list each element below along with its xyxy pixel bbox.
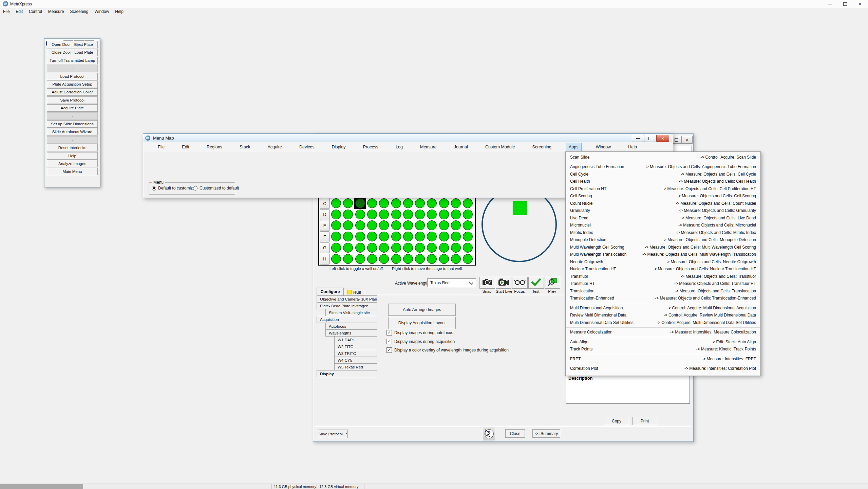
plate-row-label-h[interactable]: H bbox=[320, 254, 330, 265]
well[interactable] bbox=[451, 198, 461, 208]
well[interactable] bbox=[427, 210, 437, 219]
well[interactable] bbox=[391, 210, 401, 219]
well[interactable] bbox=[403, 210, 413, 219]
menumap-menu-edit[interactable]: Edit bbox=[179, 143, 192, 151]
main-menu-control[interactable]: Control bbox=[26, 8, 45, 15]
copy-button[interactable]: Copy bbox=[604, 417, 629, 425]
close-button[interactable]: Close bbox=[505, 429, 525, 438]
well[interactable] bbox=[451, 210, 461, 219]
well[interactable] bbox=[391, 243, 401, 253]
well-plate-map[interactable]: CDEFGH bbox=[318, 197, 476, 266]
plate-row-label-c[interactable]: C bbox=[320, 198, 330, 209]
toolbar-button-save-protocol[interactable]: Save Protocol bbox=[47, 96, 98, 104]
apps-menu-item[interactable]: Cell Cycle-> Measure: Objects and Cells:… bbox=[566, 170, 760, 178]
tree-item-w4-cy5[interactable]: W4 CY5 bbox=[334, 357, 377, 364]
apps-menu-item[interactable]: Transfluor HT-> Measure: Objects and Cel… bbox=[566, 280, 760, 288]
well[interactable] bbox=[343, 220, 353, 230]
well[interactable] bbox=[367, 232, 377, 241]
minimize-icon[interactable] bbox=[823, 0, 837, 8]
menumap-menu-window[interactable]: Window bbox=[593, 143, 614, 151]
apps-menu-item[interactable]: Cell Scoring-> Measure: Objects and Cell… bbox=[566, 193, 760, 200]
apps-menu-item[interactable]: Angiogenesis Tube Formation-> Measure: O… bbox=[566, 163, 760, 171]
close-icon[interactable]: × bbox=[853, 0, 867, 8]
well[interactable] bbox=[415, 243, 425, 253]
menumap-menu-devices[interactable]: Devices bbox=[297, 143, 317, 151]
toolbar-button-close-door-load-plate[interactable]: Close Door - Load Plate bbox=[47, 49, 98, 56]
minimize-icon[interactable] bbox=[632, 135, 644, 142]
well[interactable] bbox=[331, 243, 341, 253]
well[interactable] bbox=[451, 254, 461, 264]
menumap-menu-regions[interactable]: Regions bbox=[204, 143, 225, 151]
main-menu-edit[interactable]: Edit bbox=[13, 8, 26, 15]
toolbar-button-open-door-eject-plate[interactable]: Open Door - Eject Plate bbox=[47, 41, 98, 48]
well[interactable] bbox=[427, 254, 437, 264]
toolbar-button-turn-off-transmitted-lamp[interactable]: Turn off Transmitted Lamp bbox=[47, 57, 98, 64]
well[interactable] bbox=[355, 210, 365, 219]
well[interactable] bbox=[343, 243, 353, 253]
summary-button[interactable]: << Summary bbox=[532, 429, 560, 438]
well[interactable] bbox=[367, 220, 377, 230]
well[interactable] bbox=[439, 210, 449, 219]
apps-menu-item[interactable]: Correlation Plot-> Measure: Intensities:… bbox=[566, 365, 760, 373]
well-selected[interactable] bbox=[355, 198, 365, 208]
well[interactable] bbox=[379, 243, 389, 253]
plate-row-label-g[interactable]: G bbox=[320, 242, 330, 253]
menumap-menu-stack[interactable]: Stack bbox=[237, 143, 253, 151]
tab-configure[interactable]: Configure bbox=[317, 288, 344, 295]
well[interactable] bbox=[427, 243, 437, 253]
well[interactable] bbox=[415, 232, 425, 241]
toolbar-button-plate-acquisition-setup[interactable]: Plate Acquisition Setup bbox=[47, 80, 98, 88]
apps-menu-item[interactable]: Translocation-> Measure: Objects and Cel… bbox=[566, 287, 760, 295]
restore-icon[interactable] bbox=[838, 0, 852, 8]
well[interactable] bbox=[331, 220, 341, 230]
well[interactable] bbox=[367, 254, 377, 264]
main-menu-file[interactable]: File bbox=[0, 8, 13, 15]
tab-run[interactable]: Run bbox=[343, 289, 365, 295]
start-live-button[interactable] bbox=[496, 277, 511, 289]
apps-menu-item[interactable]: Cell Health-> Measure: Objects and Cells… bbox=[566, 178, 760, 185]
tree-item-w3-tritc[interactable]: W3 TRITC bbox=[334, 350, 377, 357]
tree-item-w2-fitc[interactable]: W2 FITC bbox=[334, 343, 377, 350]
well[interactable] bbox=[463, 198, 473, 208]
well[interactable] bbox=[415, 254, 425, 264]
menumap-menu-file[interactable]: File bbox=[155, 143, 167, 151]
plate-row-label-f[interactable]: F bbox=[320, 231, 330, 242]
active-wavelength-select[interactable]: Texas Red bbox=[427, 278, 476, 287]
well[interactable] bbox=[463, 254, 473, 264]
well[interactable] bbox=[403, 232, 413, 241]
well[interactable] bbox=[391, 254, 401, 264]
main-menu-screening[interactable]: Screening bbox=[67, 8, 91, 15]
well[interactable] bbox=[343, 210, 353, 219]
menumap-menu-screening[interactable]: Screening bbox=[530, 143, 554, 151]
tree-item-w1-dapi[interactable]: W1 DAPI bbox=[334, 336, 377, 343]
toolbar-button-analyze-images[interactable]: Analyze Images bbox=[47, 160, 98, 167]
tree-item-display[interactable]: Display bbox=[317, 370, 377, 377]
toolbar-button-adjust-correction-collar[interactable]: Adjust Correction Collar bbox=[47, 88, 98, 96]
apps-menu-item[interactable]: Review Multi Dimensional Data-> Control:… bbox=[566, 312, 760, 319]
toolbar-button-load-protocol[interactable]: Load Protocol bbox=[47, 73, 98, 80]
plate-row-label-d[interactable]: D bbox=[320, 209, 330, 220]
close-icon[interactable]: × bbox=[682, 136, 693, 144]
menumap-menu-log[interactable]: Log bbox=[393, 143, 405, 151]
apps-menu-item[interactable]: Neurite Outgrowth-> Measure: Objects and… bbox=[566, 258, 760, 266]
apps-menu-item[interactable]: Auto Align-> Edit: Stack: Auto Align bbox=[566, 338, 760, 346]
toolbar-button-acquire-plate[interactable]: Acquire Plate bbox=[47, 104, 98, 112]
well[interactable] bbox=[463, 232, 473, 241]
toolbar-button-reset-interlocks[interactable]: Reset Interlocks bbox=[47, 144, 98, 151]
well[interactable] bbox=[343, 232, 353, 241]
well[interactable] bbox=[463, 243, 473, 253]
well[interactable] bbox=[355, 243, 365, 253]
well[interactable] bbox=[439, 254, 449, 264]
description-box[interactable]: Description bbox=[566, 374, 690, 404]
toolbar-button-slide-autofocus-wizard[interactable]: Slide Autofocus Wizard bbox=[47, 128, 98, 135]
apps-menu-item[interactable]: Nuclear Translocation HT-> Measure: Obje… bbox=[566, 266, 760, 273]
save-protocol-button[interactable]: Save Protocol...* bbox=[318, 430, 348, 438]
well[interactable] bbox=[463, 210, 473, 219]
menumap-menu-display[interactable]: Display bbox=[329, 143, 348, 151]
toolbar-button-help[interactable]: Help bbox=[47, 152, 98, 160]
well[interactable] bbox=[367, 210, 377, 219]
tree-item-acquisition[interactable]: Acquisition bbox=[317, 316, 377, 323]
well[interactable] bbox=[439, 232, 449, 241]
tree-item-plate-bead-plate-invitrogen[interactable]: Plate- Bead Plate invitrogen bbox=[317, 302, 377, 309]
apps-menu-item[interactable]: Live Dead-> Measure: Objects and Cells: … bbox=[566, 214, 760, 222]
